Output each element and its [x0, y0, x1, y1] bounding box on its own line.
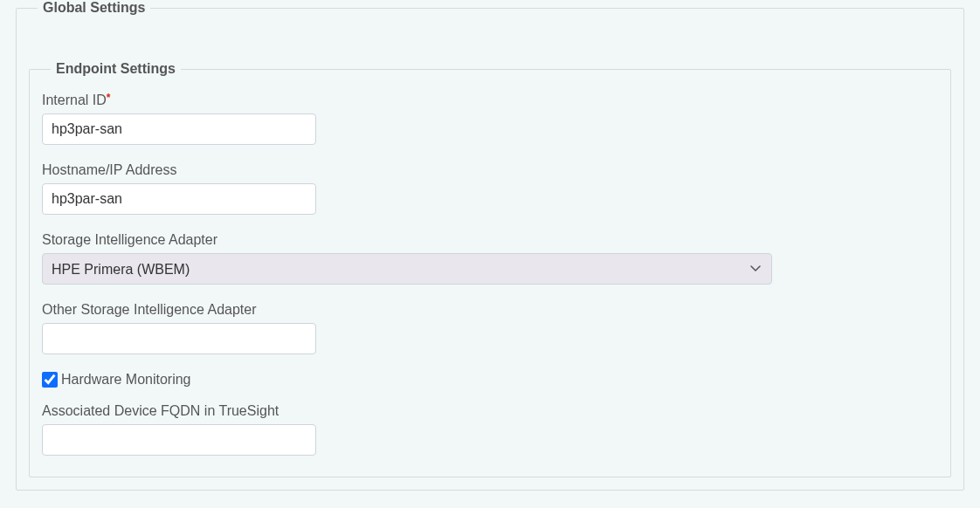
hostname-label: Hostname/IP Address — [42, 162, 938, 178]
other-storage-adapter-label: Other Storage Intelligence Adapter — [42, 302, 938, 318]
associated-device-row: Associated Device FQDN in TrueSight — [42, 403, 938, 456]
internal-id-input[interactable] — [42, 113, 316, 145]
storage-adapter-row: Storage Intelligence Adapter HPE Primera… — [42, 232, 938, 285]
internal-id-label-text: Internal ID — [42, 93, 107, 107]
hardware-monitoring-checkbox[interactable] — [42, 372, 58, 388]
global-settings-fieldset: Global Settings Endpoint Settings Intern… — [16, 0, 964, 491]
associated-device-input[interactable] — [42, 424, 316, 456]
storage-adapter-label: Storage Intelligence Adapter — [42, 232, 938, 248]
storage-adapter-select[interactable]: HPE Primera (WBEM) — [42, 253, 772, 285]
endpoint-settings-fieldset: Endpoint Settings Internal ID* Hostname/… — [29, 61, 951, 477]
required-indicator-icon: * — [107, 92, 111, 104]
associated-device-label: Associated Device FQDN in TrueSight — [42, 403, 938, 419]
internal-id-row: Internal ID* — [42, 93, 938, 145]
hostname-row: Hostname/IP Address — [42, 162, 938, 215]
other-storage-adapter-input[interactable] — [42, 323, 316, 354]
endpoint-settings-legend: Endpoint Settings — [51, 61, 181, 77]
hostname-input[interactable] — [42, 183, 316, 215]
hardware-monitoring-label: Hardware Monitoring — [61, 372, 191, 388]
hardware-monitoring-row: Hardware Monitoring — [42, 372, 938, 388]
other-storage-adapter-row: Other Storage Intelligence Adapter — [42, 302, 938, 354]
internal-id-label: Internal ID* — [42, 93, 938, 108]
global-settings-legend: Global Settings — [38, 0, 150, 16]
